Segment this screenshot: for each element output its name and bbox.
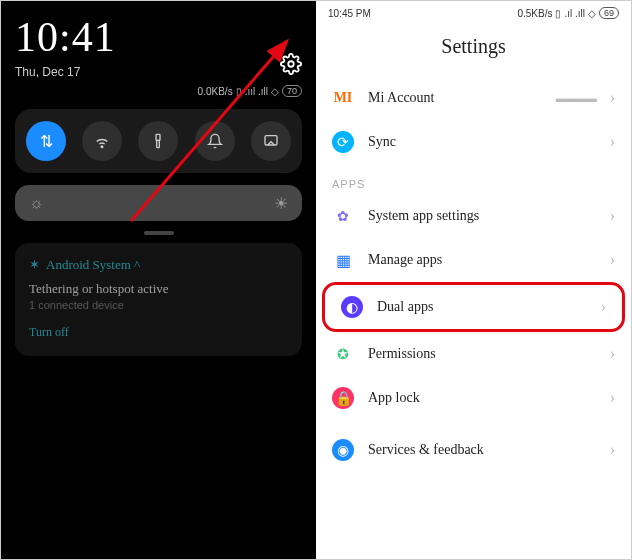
svg-rect-2	[156, 134, 160, 140]
page-title: Settings	[316, 21, 631, 76]
battery-indicator: 70	[282, 85, 302, 97]
brightness-slider[interactable]: ☼ ☀	[15, 185, 302, 221]
gear-small-icon: ✿	[332, 205, 354, 227]
svg-point-1	[102, 146, 104, 148]
chevron-right-icon: ›	[601, 298, 606, 316]
sim-icon: ▯	[555, 8, 561, 19]
row-services-feedback[interactable]: ◉ Services & feedback ›	[316, 428, 631, 472]
shield-icon: ✪	[332, 343, 354, 365]
notif-title: Tethering or hotspot active	[29, 281, 288, 297]
wifi-status-icon: ◇	[271, 86, 279, 97]
chevron-right-icon: ›	[610, 207, 615, 225]
system-app-label: System app settings	[368, 208, 596, 224]
clock-time: 10:41	[15, 13, 116, 61]
notif-action-turn-off[interactable]: Turn off	[29, 325, 288, 340]
clock-date: Thu, Dec 17	[15, 65, 116, 79]
svg-point-0	[288, 61, 294, 67]
lock-icon: 🔒	[332, 387, 354, 409]
gear-icon	[280, 53, 302, 75]
row-mi-account[interactable]: MI Mi Account ▬▬▬▬ ›	[316, 76, 631, 120]
chevron-right-icon: ›	[610, 133, 615, 151]
signal-icon: .ıl .ıll	[564, 8, 585, 19]
qs-cast-toggle[interactable]	[251, 121, 291, 161]
svg-rect-3	[157, 140, 160, 147]
wifi-status-icon: ◇	[588, 8, 596, 19]
chevron-right-icon: ›	[610, 251, 615, 269]
mi-account-label: Mi Account	[368, 90, 542, 106]
status-time: 10:45 PM	[328, 8, 371, 19]
sync-label: Sync	[368, 134, 596, 150]
data-arrows-icon: ⇅	[40, 132, 53, 151]
chevron-right-icon: ›	[610, 389, 615, 407]
notification-card[interactable]: ✶ Android System ^ Tethering or hotspot …	[15, 243, 302, 356]
battery-indicator: 69	[599, 7, 619, 19]
grid-icon: ▦	[332, 249, 354, 271]
row-permissions[interactable]: ✪ Permissions ›	[316, 332, 631, 376]
quick-settings-row: ⇅	[15, 109, 302, 173]
app-lock-label: App lock	[368, 390, 596, 406]
signal-icon: .ııl .ıll	[245, 86, 268, 97]
notification-shade: 10:41 Thu, Dec 17 0.0KB/s ▯ .ııl .ıll ◇ …	[1, 1, 316, 559]
status-data-rate: 0.5KB/s	[517, 8, 552, 19]
row-sync[interactable]: ⟳ Sync ›	[316, 120, 631, 164]
flashlight-icon	[150, 133, 166, 149]
chevron-right-icon: ›	[610, 89, 615, 107]
row-dual-apps[interactable]: ◐ Dual apps ›	[325, 285, 622, 329]
row-system-app-settings[interactable]: ✿ System app settings ›	[316, 194, 631, 238]
data-rate: 0.0KB/s	[198, 86, 233, 97]
dual-apps-icon: ◐	[341, 296, 363, 318]
qs-data-toggle[interactable]: ⇅	[26, 121, 66, 161]
shade-drag-handle[interactable]	[144, 231, 174, 235]
sync-icon: ⟳	[332, 131, 354, 153]
permissions-label: Permissions	[368, 346, 596, 362]
highlight-dual-apps: ◐ Dual apps ›	[322, 282, 625, 332]
manage-apps-label: Manage apps	[368, 252, 596, 268]
dual-apps-label: Dual apps	[377, 299, 587, 315]
bell-icon	[207, 133, 223, 149]
row-app-lock[interactable]: 🔒 App lock ›	[316, 376, 631, 420]
android-icon: ✶	[29, 257, 40, 273]
mi-logo-icon: MI	[332, 87, 354, 109]
qs-wifi-toggle[interactable]	[82, 121, 122, 161]
brightness-high-icon: ☀	[274, 194, 288, 213]
settings-gear-button[interactable]	[280, 53, 302, 79]
svg-rect-4	[265, 136, 277, 145]
cast-icon	[263, 133, 279, 149]
services-label: Services & feedback	[368, 442, 596, 458]
notif-subtitle: 1 connected device	[29, 299, 288, 311]
chevron-right-icon: ›	[610, 441, 615, 459]
chevron-right-icon: ›	[610, 345, 615, 363]
row-manage-apps[interactable]: ▦ Manage apps ›	[316, 238, 631, 282]
qs-flashlight-toggle[interactable]	[138, 121, 178, 161]
mi-account-detail: ▬▬▬▬	[556, 92, 596, 104]
brightness-low-icon: ☼	[29, 194, 44, 212]
settings-screen: 10:45 PM 0.5KB/s ▯ .ıl .ıll ◇ 69 Setting…	[316, 1, 631, 559]
notif-app-name: Android System ^	[46, 257, 140, 273]
sim-icon: ▯	[236, 86, 242, 97]
wifi-icon	[93, 132, 111, 150]
qs-silent-toggle[interactable]	[195, 121, 235, 161]
headset-icon: ◉	[332, 439, 354, 461]
section-header-apps: APPS	[316, 164, 631, 194]
